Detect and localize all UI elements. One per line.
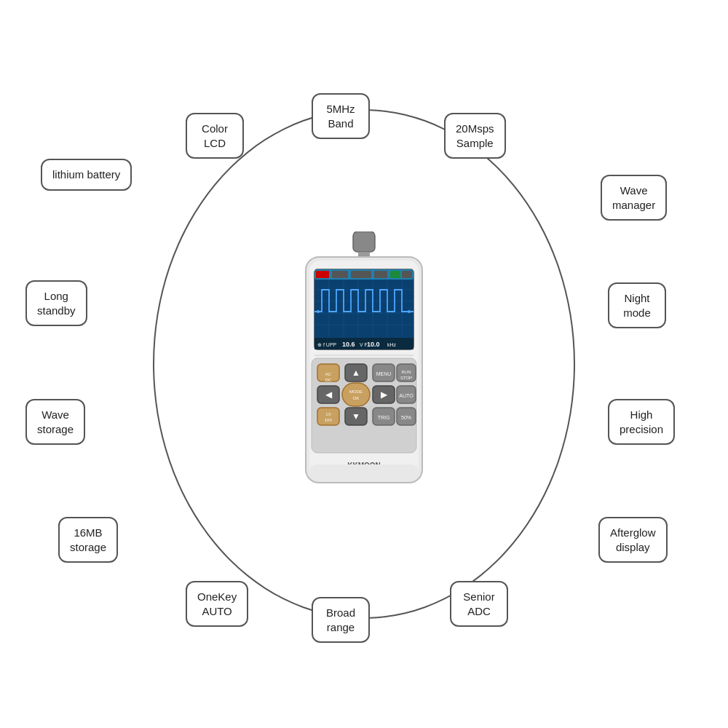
- feature-wave-manager: Wavemanager: [601, 175, 667, 221]
- svg-text:MODE: MODE: [349, 389, 363, 394]
- svg-text:STOP: STOP: [400, 376, 412, 380]
- svg-text:TRIG: TRIG: [378, 415, 390, 420]
- svg-rect-11: [402, 271, 412, 278]
- svg-text:1X: 1X: [325, 412, 331, 416]
- feature-lithium-battery: lithium battery: [41, 159, 132, 191]
- svg-text:10.0: 10.0: [367, 341, 380, 348]
- svg-text:◀: ◀: [325, 389, 333, 400]
- svg-text:50%: 50%: [401, 415, 411, 420]
- svg-text:▲: ▲: [352, 368, 360, 378]
- svg-text:AC: AC: [325, 372, 332, 376]
- svg-point-23: [317, 310, 320, 313]
- svg-text:▼: ▼: [352, 411, 360, 422]
- svg-text:DC: DC: [325, 378, 332, 382]
- svg-text:▶: ▶: [381, 389, 388, 400]
- svg-rect-8: [351, 271, 371, 278]
- feature-long-standby: Longstandby: [25, 280, 87, 326]
- feature-night-mode: Nightmode: [608, 282, 666, 328]
- svg-text:10.6: 10.6: [342, 341, 355, 348]
- svg-rect-9: [374, 271, 387, 278]
- feature-color-lcd: ColorLCD: [186, 113, 244, 159]
- svg-rect-0: [353, 232, 375, 252]
- feature-5mhz-band: 5MHzBand: [312, 93, 370, 139]
- feature-wave-storage: Wavestorage: [25, 399, 85, 445]
- svg-text:RUN: RUN: [402, 370, 411, 374]
- svg-text:AUTO: AUTO: [399, 393, 414, 398]
- svg-rect-7: [332, 271, 348, 278]
- feature-senior-adc: SeniorADC: [450, 581, 508, 627]
- feature-high-precision: Highprecision: [608, 399, 675, 445]
- feature-broad-range: Broadrange: [312, 597, 370, 643]
- feature-16mb-storage: 16MBstorage: [58, 517, 118, 563]
- svg-point-24: [408, 310, 411, 313]
- feature-20msps-sample: 20MspsSample: [444, 113, 506, 159]
- svg-text:kHz: kHz: [387, 342, 397, 347]
- svg-text:10X: 10X: [325, 418, 333, 422]
- svg-text:MENU: MENU: [376, 371, 392, 376]
- svg-rect-10: [390, 271, 400, 278]
- svg-text:⊕ f UPP: ⊕ f UPP: [317, 342, 337, 347]
- svg-rect-6: [316, 271, 329, 278]
- feature-onekey-auto: OneKeyAUTO: [186, 581, 248, 627]
- svg-rect-62: [309, 464, 419, 479]
- svg-rect-45: [342, 383, 370, 406]
- feature-afterglow-display: Afterglowdisplay: [598, 517, 668, 563]
- device-illustration: ⊕ f UPP 10.6 V F 10.0 kHz AC DC ▲ MENU R…: [284, 232, 444, 496]
- svg-text:OK: OK: [353, 396, 360, 400]
- svg-rect-52: [317, 408, 339, 425]
